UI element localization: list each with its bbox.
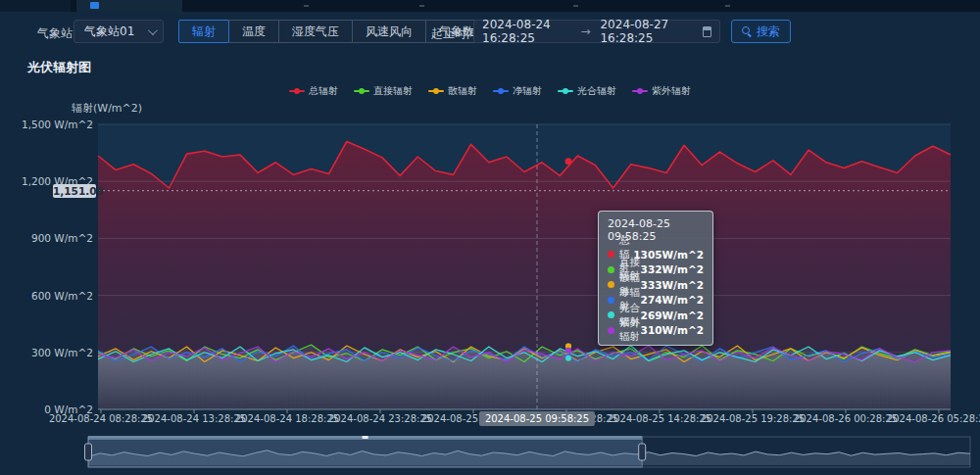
tooltip-series-value: 333W/m^2 [641,279,704,291]
axis-pointer-label: 2024-08-25 09:58:25 [479,411,595,426]
series-color-dot [608,266,614,273]
series-color-dot [608,311,614,318]
tooltip-series-value: 332W/m^2 [641,263,704,275]
series-color-dot [608,251,614,258]
tooltip-series-value: 1305W/m^2 [633,249,704,261]
app-root: 气象站 气象站01 辐射温度湿度气压风速风向气象数据总览 起止时间 2024-0… [0,0,980,475]
datazoom-left-handle[interactable] [85,444,92,460]
datazoom-slider[interactable] [0,0,980,475]
datazoom-right-handle[interactable] [639,444,646,460]
markline-value-badge: 1,151.09 [53,184,96,198]
chart-tooltip: 2024-08-25 09:58:25 总辐射1305W/m^2直接辐射332W… [598,211,713,346]
tooltip-series-name: 紫外辐射 [619,316,641,344]
series-color-dot [608,297,614,304]
tooltip-series-value: 310W/m^2 [641,324,704,336]
series-color-dot [608,327,614,334]
datazoom-selected-window[interactable] [88,437,642,467]
tab-辐射[interactable]: 辐射 [178,20,229,43]
tooltip-row: 紫外辐射310W/m^2 [608,323,704,339]
tooltip-series-value: 274W/m^2 [641,294,704,306]
tooltip-rows: 总辐射1305W/m^2直接辐射332W/m^2散辐射333W/m^2净辐射27… [608,247,704,338]
series-color-dot [608,281,614,288]
tooltip-series-value: 269W/m^2 [641,309,704,321]
